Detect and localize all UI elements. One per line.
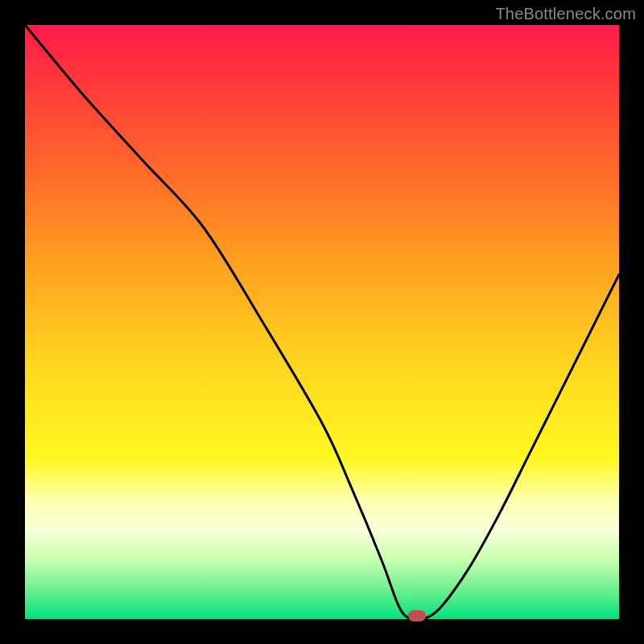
curve-svg <box>25 25 619 619</box>
plot-area <box>25 25 619 619</box>
bottleneck-curve <box>25 25 619 619</box>
chart-frame: TheBottleneck.com <box>0 0 644 644</box>
watermark-label: TheBottleneck.com <box>495 5 636 23</box>
optimal-point-marker <box>408 610 426 621</box>
